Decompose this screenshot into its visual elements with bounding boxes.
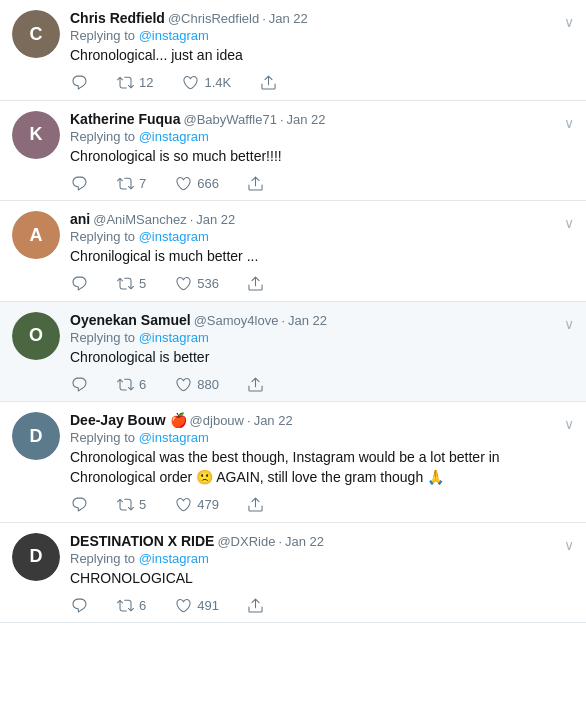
tweet-date: Jan 22 [288, 313, 327, 328]
tweet-text: CHRONOLOGICAL [70, 569, 574, 589]
reply-to-handle[interactable]: @instagram [139, 430, 209, 445]
display-name: Chris Redfield [70, 10, 165, 26]
like-icon [174, 275, 192, 293]
username[interactable]: @djbouw [190, 413, 244, 428]
tweet-item: D DESTINATION X RIDE @DXRide · Jan 22 Re… [0, 523, 586, 624]
like-icon [174, 375, 192, 393]
tweet-header: DESTINATION X RIDE @DXRide · Jan 22 [70, 533, 574, 549]
retweet-icon [116, 596, 134, 614]
dm-action[interactable] [247, 174, 265, 192]
avatar[interactable]: O [12, 312, 60, 360]
retweet-action[interactable]: 12 [116, 74, 153, 92]
reply-to-handle[interactable]: @instagram [139, 551, 209, 566]
reply-to-handle[interactable]: @instagram [139, 28, 209, 43]
like-action[interactable]: 1.4K [181, 74, 231, 92]
retweet-action[interactable]: 6 [116, 596, 146, 614]
username[interactable]: @DXRide [217, 534, 275, 549]
tweet-expand-chevron[interactable]: ∨ [564, 115, 574, 131]
retweet-icon [116, 174, 134, 192]
dm-action[interactable] [247, 275, 265, 293]
avatar[interactable]: C [12, 10, 60, 58]
tweet-item: A ani @AniMSanchez · Jan 22 Replying to … [0, 201, 586, 302]
dot-separator: · [190, 212, 194, 227]
reply-to-handle[interactable]: @instagram [139, 330, 209, 345]
like-icon [181, 74, 199, 92]
reply-action[interactable] [70, 496, 88, 514]
dot-separator: · [281, 313, 285, 328]
tweet-item: K Katherine Fuqua @BabyWaffle71 · Jan 22… [0, 101, 586, 202]
tweet-item: O Oyenekan Samuel @Samoy4love · Jan 22 R… [0, 302, 586, 403]
dm-icon [247, 174, 265, 192]
dm-icon [247, 496, 265, 514]
display-name: ani [70, 211, 90, 227]
like-action[interactable]: 880 [174, 375, 219, 393]
reply-action[interactable] [70, 174, 88, 192]
reply-to: Replying to @instagram [70, 430, 574, 445]
dot-separator: · [247, 413, 251, 428]
like-action[interactable]: 479 [174, 496, 219, 514]
dot-separator: · [262, 11, 266, 26]
username[interactable]: @ChrisRedfield [168, 11, 259, 26]
like-action[interactable]: 491 [174, 596, 219, 614]
tweet-header: ani @AniMSanchez · Jan 22 [70, 211, 574, 227]
username[interactable]: @BabyWaffle71 [183, 112, 276, 127]
avatar[interactable]: D [12, 412, 60, 460]
retweet-count: 7 [139, 176, 146, 191]
retweet-action[interactable]: 5 [116, 496, 146, 514]
tweet-expand-chevron[interactable]: ∨ [564, 14, 574, 30]
dm-action[interactable] [247, 496, 265, 514]
tweet-date: Jan 22 [196, 212, 235, 227]
retweet-action[interactable]: 5 [116, 275, 146, 293]
display-name: Dee-Jay Bouw 🍎 [70, 412, 187, 428]
tweet-text: Chronological was the best though, Insta… [70, 448, 574, 487]
dm-icon [247, 596, 265, 614]
retweet-count: 5 [139, 276, 146, 291]
avatar[interactable]: K [12, 111, 60, 159]
tweet-body: Oyenekan Samuel @Samoy4love · Jan 22 Rep… [70, 312, 574, 394]
dm-action[interactable] [259, 74, 277, 92]
tweet-expand-chevron[interactable]: ∨ [564, 215, 574, 231]
reply-icon [70, 596, 88, 614]
like-action[interactable]: 536 [174, 275, 219, 293]
tweet-actions: 7 666 [70, 174, 574, 192]
tweet-expand-chevron[interactable]: ∨ [564, 416, 574, 432]
username[interactable]: @AniMSanchez [93, 212, 186, 227]
like-action[interactable]: 666 [174, 174, 219, 192]
tweet-actions: 5 536 [70, 275, 574, 293]
retweet-action[interactable]: 7 [116, 174, 146, 192]
reply-action[interactable] [70, 74, 88, 92]
tweet-actions: 5 479 [70, 496, 574, 514]
tweet-expand-chevron[interactable]: ∨ [564, 316, 574, 332]
like-count: 1.4K [204, 75, 231, 90]
reply-to-handle[interactable]: @instagram [139, 229, 209, 244]
reply-icon [70, 74, 88, 92]
dm-icon [247, 275, 265, 293]
reply-to: Replying to @instagram [70, 28, 574, 43]
tweet-body: Chris Redfield @ChrisRedfield · Jan 22 R… [70, 10, 574, 92]
tweet-text: Chronological is better [70, 348, 574, 368]
tweet-actions: 12 1.4K [70, 74, 574, 92]
reply-to-handle[interactable]: @instagram [139, 129, 209, 144]
reply-action[interactable] [70, 275, 88, 293]
display-name: Katherine Fuqua [70, 111, 180, 127]
like-icon [174, 596, 192, 614]
tweet-body: ani @AniMSanchez · Jan 22 Replying to @i… [70, 211, 574, 293]
dot-separator: · [280, 112, 284, 127]
tweet-expand-chevron[interactable]: ∨ [564, 537, 574, 553]
reply-action[interactable] [70, 596, 88, 614]
dot-separator: · [278, 534, 282, 549]
avatar[interactable]: A [12, 211, 60, 259]
retweet-count: 6 [139, 598, 146, 613]
retweet-count: 5 [139, 497, 146, 512]
dm-action[interactable] [247, 596, 265, 614]
dm-action[interactable] [247, 375, 265, 393]
avatar[interactable]: D [12, 533, 60, 581]
username[interactable]: @Samoy4love [194, 313, 279, 328]
tweet-date: Jan 22 [269, 11, 308, 26]
reply-action[interactable] [70, 375, 88, 393]
dm-icon [247, 375, 265, 393]
tweet-body: DESTINATION X RIDE @DXRide · Jan 22 Repl… [70, 533, 574, 615]
reply-to: Replying to @instagram [70, 551, 574, 566]
display-name: DESTINATION X RIDE [70, 533, 214, 549]
retweet-action[interactable]: 6 [116, 375, 146, 393]
